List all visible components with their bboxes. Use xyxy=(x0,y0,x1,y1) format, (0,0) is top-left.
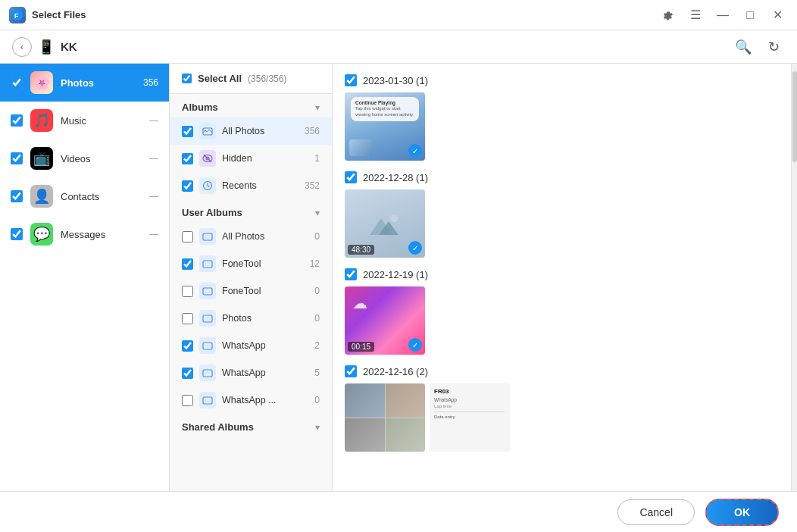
user-album-photos[interactable]: Photos 0 xyxy=(170,305,332,332)
sidebar-count-videos: — xyxy=(149,153,158,164)
photo-thumb-1[interactable]: Continue Playing Tap this widget to star… xyxy=(345,92,425,161)
album-hidden[interactable]: Hidden 1 xyxy=(170,145,332,172)
user-album-icon-whatsapp-3 xyxy=(199,392,216,408)
sidebar-checkbox-photos[interactable] xyxy=(11,77,23,89)
user-album-count-all-photos: 0 xyxy=(305,231,320,242)
album-all-photos[interactable]: All Photos 356 xyxy=(170,117,332,145)
search-button[interactable]: 🔍 xyxy=(732,36,755,58)
user-album-checkbox-whatsapp-2[interactable] xyxy=(182,368,193,379)
back-button[interactable]: ‹ xyxy=(12,37,32,57)
photo-thumb-3[interactable]: ☁ 00:15 ✓ xyxy=(345,286,425,355)
menu-icon[interactable]: ☰ xyxy=(685,5,706,26)
sidebar-item-videos[interactable]: 📺 Videos — xyxy=(0,139,169,177)
select-all-checkbox[interactable] xyxy=(182,74,192,83)
album-icon-recents xyxy=(199,177,216,194)
date-header-20221219[interactable]: 2022-12-19 (1) xyxy=(345,268,779,280)
album-checkbox-recents[interactable] xyxy=(182,180,193,192)
user-album-checkbox-all-photos[interactable] xyxy=(182,231,193,243)
user-album-checkbox-fonetool-2[interactable] xyxy=(182,286,193,297)
sidebar-count-messages: — xyxy=(149,229,158,239)
sidebar-count-contacts: — xyxy=(149,191,158,202)
user-album-whatsapp-1[interactable]: WhatsApp 2 xyxy=(170,332,332,359)
title-bar-left: F Select Files xyxy=(9,7,86,23)
close-button[interactable]: ✕ xyxy=(767,5,788,26)
albums-section-header[interactable]: Albums ▾ xyxy=(170,94,332,117)
left-sidebar: 🌸 Photos 356 🎵 Music — 📺 Videos — 👤 xyxy=(0,64,170,491)
user-album-icon-fonetool-2 xyxy=(199,283,216,299)
user-album-fonetool-2[interactable]: FoneTool 0 xyxy=(170,277,332,305)
date-checkbox-20221216[interactable] xyxy=(345,365,357,377)
date-checkbox-20230130[interactable] xyxy=(345,74,357,86)
maximize-button[interactable]: □ xyxy=(739,5,761,26)
date-checkbox-20221228[interactable] xyxy=(345,171,357,183)
date-checkbox-20221219[interactable] xyxy=(345,268,357,280)
sidebar-checkbox-videos[interactable] xyxy=(11,152,23,164)
date-header-20221216[interactable]: 2022-12-16 (2) xyxy=(345,365,779,377)
sidebar-checkbox-contacts[interactable] xyxy=(11,190,23,202)
right-panel: 2023-01-30 (1) Continue Playing Tap this… xyxy=(333,64,791,491)
user-album-label-all-photos: All Photos xyxy=(222,231,298,242)
user-album-label-fonetool-1: FoneTool xyxy=(222,258,298,269)
photo-grid-20230130: Continue Playing Tap this widget to star… xyxy=(345,92,779,161)
user-album-count-photos: 0 xyxy=(305,313,320,324)
cancel-button[interactable]: Cancel xyxy=(617,499,695,525)
select-all-row[interactable]: Select All (356/356) xyxy=(170,64,332,94)
user-album-whatsapp-2[interactable]: WhatsApp 5 xyxy=(170,359,332,386)
user-album-label-fonetool-2: FoneTool xyxy=(222,286,298,296)
user-albums-section-header[interactable]: User Albums ▾ xyxy=(170,199,332,223)
shared-albums-title: Shared Albums xyxy=(182,421,254,433)
sidebar-item-music[interactable]: 🎵 Music — xyxy=(0,102,169,139)
album-checkbox-all-photos[interactable] xyxy=(182,126,193,137)
user-album-count-whatsapp-2: 5 xyxy=(305,368,320,378)
videos-app-icon: 📺 xyxy=(30,147,53,170)
user-album-count-whatsapp-1: 2 xyxy=(305,340,320,351)
date-header-20221228[interactable]: 2022-12-28 (1) xyxy=(345,171,779,183)
svg-rect-12 xyxy=(203,370,212,377)
sidebar-count-music: — xyxy=(149,115,158,126)
photo-thumb-4a[interactable] xyxy=(345,383,425,452)
minimize-button[interactable]: — xyxy=(712,5,733,26)
user-album-checkbox-whatsapp-3[interactable] xyxy=(182,395,193,406)
date-header-20230130[interactable]: 2023-01-30 (1) xyxy=(345,74,779,86)
date-group-20221216: 2022-12-16 (2) FR03 Wh xyxy=(345,365,779,452)
select-all-count: (356/356) xyxy=(248,74,286,84)
user-album-fonetool-1[interactable]: FoneTool 12 xyxy=(170,250,332,277)
sidebar-label-videos: Videos xyxy=(61,153,142,164)
sub-header: ‹ 📱 KK 🔍 ↻ xyxy=(0,30,797,64)
user-album-checkbox-fonetool-1[interactable] xyxy=(182,258,193,270)
sidebar-checkbox-messages[interactable] xyxy=(11,228,23,240)
sidebar-item-messages[interactable]: 💬 Messages — xyxy=(0,215,169,253)
album-checkbox-hidden[interactable] xyxy=(182,153,193,164)
refresh-button[interactable]: ↻ xyxy=(762,36,785,58)
user-album-checkbox-photos[interactable] xyxy=(182,313,193,324)
album-icon-all-photos xyxy=(199,123,216,139)
user-album-label-whatsapp-2: WhatsApp xyxy=(222,368,298,378)
settings-icon[interactable] xyxy=(658,5,679,26)
middle-panel: Select All (356/356) Albums ▾ All Photos… xyxy=(170,64,333,491)
album-recents[interactable]: Recents 352 xyxy=(170,172,332,199)
duration-badge-3: 00:15 xyxy=(348,342,374,352)
scrollbar-thumb[interactable] xyxy=(792,71,797,162)
user-albums-chevron-icon: ▾ xyxy=(315,208,320,218)
sidebar-label-photos: Photos xyxy=(61,77,136,89)
user-album-all-photos[interactable]: All Photos 0 xyxy=(170,223,332,250)
title-bar-controls: ☰ — □ ✕ xyxy=(658,5,788,26)
photo-thumb-4b[interactable]: FR03 WhatsApp Lap time Data entry xyxy=(430,383,510,452)
user-album-icon-whatsapp-1 xyxy=(199,337,216,354)
shared-albums-section-header[interactable]: Shared Albums ▾ xyxy=(170,414,332,437)
window-title: Select Files xyxy=(32,9,86,20)
photo-thumb-2[interactable]: 48:30 ✓ xyxy=(345,189,425,258)
svg-rect-9 xyxy=(203,288,212,295)
sidebar-item-photos[interactable]: 🌸 Photos 356 xyxy=(0,64,169,102)
sidebar-label-music: Music xyxy=(61,115,142,127)
svg-rect-11 xyxy=(203,343,212,349)
user-album-checkbox-whatsapp-1[interactable] xyxy=(182,340,193,352)
scrollbar-track[interactable] xyxy=(791,64,797,491)
photo-grid-20221228: 48:30 ✓ xyxy=(345,189,779,258)
photo-grid-20221216: FR03 WhatsApp Lap time Data entry xyxy=(345,383,779,452)
sidebar-checkbox-music[interactable] xyxy=(11,114,23,127)
user-album-whatsapp-3[interactable]: WhatsApp ... 0 xyxy=(170,386,332,414)
right-panel-wrap: 2023-01-30 (1) Continue Playing Tap this… xyxy=(333,64,797,491)
ok-button[interactable]: OK xyxy=(705,499,779,526)
sidebar-item-contacts[interactable]: 👤 Contacts — xyxy=(0,177,169,215)
